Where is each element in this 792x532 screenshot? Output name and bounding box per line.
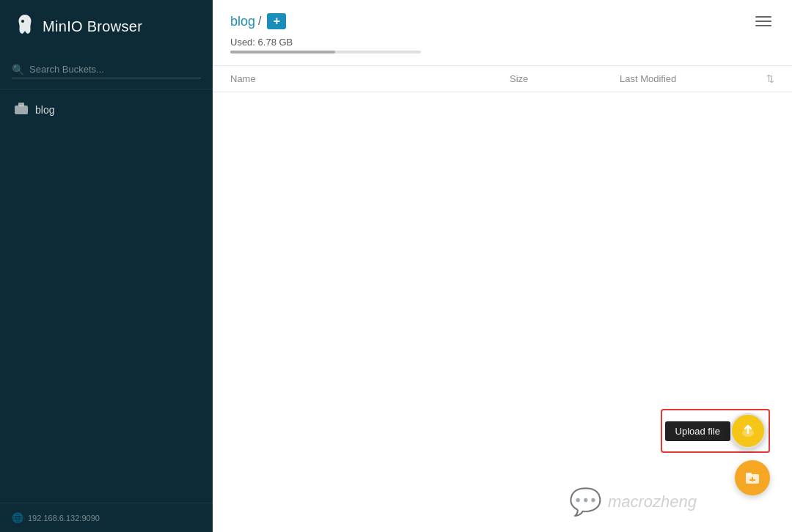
- sidebar: MinIO Browser 🔍 blog 🌐 192.168.6.132:909…: [0, 0, 213, 532]
- logo-text: MinIO Browser: [43, 18, 142, 35]
- watermark-icon: 💬: [569, 487, 602, 517]
- upload-tooltip-box: Upload file: [661, 409, 770, 453]
- add-folder-button[interactable]: +: [267, 13, 286, 29]
- upload-tooltip-label: Upload file: [665, 421, 730, 441]
- file-table: Name Size Last Modified ⇅: [213, 65, 792, 92]
- bucket-icon: [15, 103, 28, 117]
- file-table-header: Name Size Last Modified ⇅: [213, 66, 792, 92]
- logo-icon: [15, 13, 35, 40]
- breadcrumb: blog / +: [230, 13, 286, 29]
- svg-rect-2: [18, 103, 24, 106]
- breadcrumb-bucket-link[interactable]: blog: [230, 14, 255, 29]
- sidebar-header: MinIO Browser: [0, 0, 213, 53]
- menu-bar-3: [755, 25, 771, 26]
- storage-bar-background: [230, 51, 421, 53]
- svg-rect-5: [746, 473, 752, 476]
- main-content: blog / + Used: 6.78 GB Name Size Last Mo…: [213, 0, 792, 532]
- search-input[interactable]: [12, 61, 201, 78]
- search-icon: 🔍: [12, 64, 24, 75]
- svg-point-0: [21, 20, 24, 23]
- create-folder-button[interactable]: [735, 460, 770, 495]
- menu-bar-1: [755, 16, 771, 18]
- svg-rect-7: [749, 479, 755, 481]
- bucket-item-blog[interactable]: blog: [0, 95, 213, 125]
- search-container: 🔍: [0, 53, 213, 89]
- storage-bar-fill: [230, 51, 335, 53]
- svg-rect-1: [15, 106, 28, 114]
- storage-used-text: Used: 6.78 GB: [230, 37, 774, 48]
- upload-file-button[interactable]: [730, 413, 766, 448]
- menu-button[interactable]: [752, 13, 774, 29]
- col-header-name: Name: [213, 66, 492, 92]
- col-header-last-modified: Last Modified: [602, 66, 749, 92]
- bucket-list: blog: [0, 89, 213, 503]
- sort-icon: ⇅: [766, 73, 774, 84]
- breadcrumb-separator: /: [258, 15, 261, 28]
- server-address: 192.168.6.132:9090: [28, 514, 100, 522]
- main-header: blog / +: [213, 0, 792, 29]
- storage-bar-container: Used: 6.78 GB: [213, 29, 792, 53]
- col-header-size: Size: [492, 66, 602, 92]
- bucket-name: blog: [35, 104, 54, 116]
- fab-area: Upload file: [661, 409, 770, 495]
- globe-icon: 🌐: [12, 512, 23, 523]
- menu-bar-2: [755, 21, 771, 22]
- col-header-sort[interactable]: ⇅: [749, 66, 792, 92]
- sidebar-footer: 🌐 192.168.6.132:9090: [0, 503, 213, 532]
